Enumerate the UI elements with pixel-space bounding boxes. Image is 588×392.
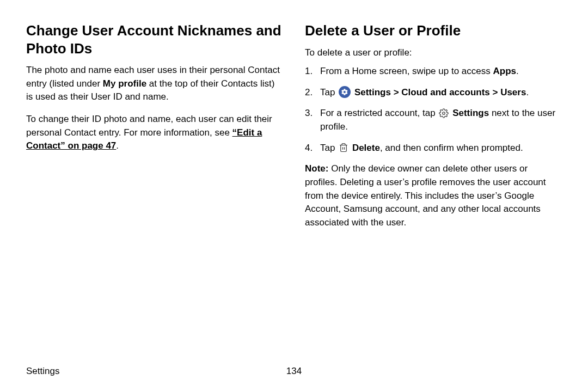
intro-delete: To delete a user or profile:: [305, 46, 562, 60]
para-nickname-description: The photo and name each user uses in the…: [26, 64, 283, 104]
text: .: [516, 66, 519, 76]
step-1: From a Home screen, swipe up to access A…: [305, 65, 562, 78]
text: Tap: [320, 143, 338, 153]
bold-delete: Delete: [352, 143, 380, 153]
text: From a Home screen, swipe up to access: [320, 66, 493, 76]
heading-change-nicknames: Change User Account Nicknames and Photo …: [26, 22, 283, 57]
bold-my-profile: My profile: [103, 78, 146, 89]
page-content: Change User Account Nicknames and Photo …: [26, 22, 562, 354]
text: For a restricted account, tap: [320, 108, 438, 118]
para-change-id: To change their ID photo and name, each …: [26, 113, 283, 153]
svg-point-0: [443, 112, 445, 115]
step-2: Tap Settings > Cloud and accounts > User…: [305, 86, 562, 100]
bold-settings: Settings: [452, 108, 489, 118]
steps-list: From a Home screen, swipe up to access A…: [305, 65, 562, 155]
settings-gear-icon: [339, 86, 351, 98]
footer-page-number: 134: [286, 366, 302, 377]
note-paragraph: Note: Only the device owner can delete o…: [305, 162, 562, 229]
text: .: [116, 140, 119, 151]
text: Tap: [320, 87, 338, 97]
note-label: Note:: [305, 163, 331, 174]
step-4: Tap Delete, and then confirm when prompt…: [305, 142, 562, 155]
note-body: Only the device owner can delete other u…: [305, 163, 546, 228]
left-column: Change User Account Nicknames and Photo …: [26, 22, 283, 354]
trash-icon: [338, 142, 349, 153]
bold-settings-path: Settings > Cloud and accounts > Users: [354, 87, 526, 97]
page-footer: Settings 134: [26, 366, 562, 377]
bold-apps: Apps: [493, 66, 516, 76]
step-3: For a restricted account, tap Settings n…: [305, 107, 562, 133]
settings-outline-icon: [438, 108, 449, 119]
text: .: [526, 87, 529, 97]
heading-delete-user: Delete a User or Profile: [305, 22, 562, 40]
right-column: Delete a User or Profile To delete a use…: [305, 22, 562, 354]
footer-section-label: Settings: [26, 366, 59, 377]
text: , and then confirm when prompted.: [380, 143, 523, 153]
